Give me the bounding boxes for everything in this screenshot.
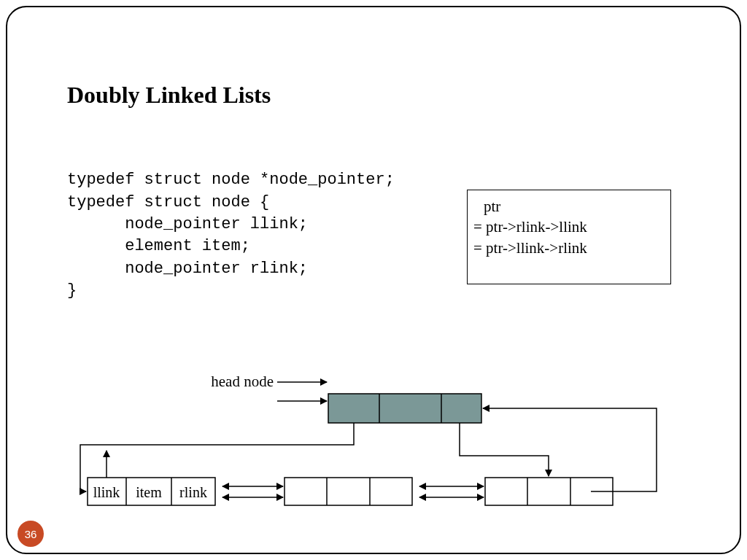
code-line: node_pointer rlink; (67, 260, 308, 278)
dll-diagram: head node llink item rlink (44, 372, 700, 532)
note-line: ptr (473, 196, 665, 217)
code-line: typedef struct node { (67, 193, 269, 211)
node-2 (285, 478, 412, 505)
code-line: typedef struct node *node_pointer; (67, 171, 395, 189)
head-rlink-to-node3 (460, 423, 549, 476)
code-line: } (67, 281, 77, 300)
note-line: = ptr->llink->rlink (473, 238, 665, 258)
code-line: element item; (67, 237, 250, 255)
field-label-llink: llink (93, 484, 120, 500)
slide-title: Doubly Linked Lists (67, 82, 271, 109)
field-label-rlink: rlink (179, 484, 207, 500)
note-line: = ptr->rlink->llink (473, 217, 665, 237)
head-node-label: head node (211, 373, 274, 390)
field-label-item: item (136, 484, 162, 500)
page-number-badge: 36 (18, 521, 44, 547)
code-line: node_pointer llink; (67, 215, 308, 233)
code-block: typedef struct node *node_pointer; typed… (67, 147, 395, 303)
head-node-box (328, 394, 481, 423)
identity-note-box: ptr = ptr->rlink->llink = ptr->llink->rl… (467, 190, 671, 284)
